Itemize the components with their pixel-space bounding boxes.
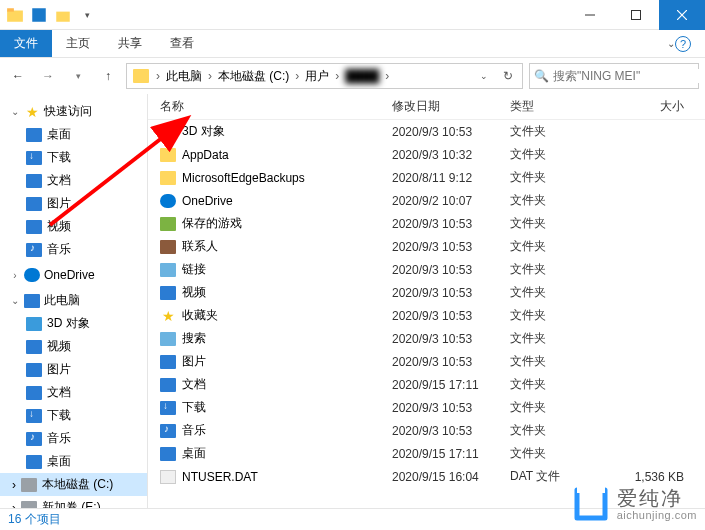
watermark-text-en: aichunjing.com: [617, 509, 697, 521]
file-row[interactable]: 联系人2020/9/3 10:53文件夹: [148, 235, 705, 258]
file-date: 2020/9/3 10:53: [392, 309, 510, 323]
sidebar-item-disk-c[interactable]: ›本地磁盘 (C:): [0, 473, 147, 496]
star-icon: ★: [160, 309, 176, 323]
chevron-right-icon[interactable]: ›: [334, 69, 340, 83]
quick-access-toolbar: ▾: [0, 6, 102, 24]
sidebar-item-documents2[interactable]: 文档: [0, 381, 147, 404]
file-type: 文件夹: [510, 169, 614, 186]
column-headers[interactable]: 名称 修改日期 类型 大小: [148, 94, 705, 120]
disk-icon: [21, 501, 37, 509]
item-count: 16 个项目: [8, 511, 61, 528]
sidebar-quick-label: 快速访问: [44, 103, 92, 120]
file-row[interactable]: OneDrive2020/9/2 10:07文件夹: [148, 189, 705, 212]
folder-icon: [160, 171, 176, 185]
minimize-button[interactable]: [567, 0, 613, 30]
crumb-user[interactable]: ████: [342, 69, 382, 83]
tab-file[interactable]: 文件: [0, 30, 52, 57]
crumb-pc[interactable]: 此电脑: [163, 68, 205, 85]
refresh-button[interactable]: ↻: [496, 64, 520, 88]
sidebar-item-disk-e[interactable]: ›新加卷 (E:): [0, 496, 147, 508]
3d-icon: [26, 317, 42, 331]
sidebar-item-downloads[interactable]: 下载: [0, 146, 147, 169]
crumb-disk[interactable]: 本地磁盘 (C:): [215, 68, 292, 85]
file-type: 文件夹: [510, 261, 614, 278]
chevron-right-icon[interactable]: ›: [384, 69, 390, 83]
file-size: 1,536 KB: [614, 470, 684, 484]
sidebar-quick-access[interactable]: ⌄ ★ 快速访问: [0, 100, 147, 123]
crumb-users[interactable]: 用户: [302, 68, 332, 85]
col-size[interactable]: 大小: [614, 98, 684, 115]
file-row[interactable]: 链接2020/9/3 10:53文件夹: [148, 258, 705, 281]
desktop-icon: [26, 455, 42, 469]
sidebar-item-downloads2[interactable]: 下载: [0, 404, 147, 427]
file-date: 2020/9/3 10:53: [392, 125, 510, 139]
tab-share[interactable]: 共享: [104, 30, 156, 57]
sidebar-item-music2[interactable]: 音乐: [0, 427, 147, 450]
file-row[interactable]: 音乐2020/9/3 10:53文件夹: [148, 419, 705, 442]
forward-button[interactable]: →: [36, 64, 60, 88]
chevron-right-icon[interactable]: ›: [12, 478, 16, 492]
file-row[interactable]: 桌面2020/9/15 17:11文件夹: [148, 442, 705, 465]
search-input[interactable]: [553, 69, 703, 83]
qat-new-folder-icon[interactable]: [54, 6, 72, 24]
ribbon-collapse[interactable]: ⌄ ?: [657, 30, 705, 57]
file-name: 收藏夹: [182, 307, 218, 324]
navigation-pane[interactable]: ⌄ ★ 快速访问 桌面 下载 文档 图片 视频 音乐 › OneDrive ⌄ …: [0, 94, 148, 508]
watermark-text-zh: 爱纯净: [617, 487, 697, 509]
file-row[interactable]: 视频2020/9/3 10:53文件夹: [148, 281, 705, 304]
back-button[interactable]: ←: [6, 64, 30, 88]
qat-chevron-icon[interactable]: ▾: [78, 6, 96, 24]
close-button[interactable]: [659, 0, 705, 30]
sidebar-item-documents[interactable]: 文档: [0, 169, 147, 192]
file-row[interactable]: AppData2020/9/3 10:32文件夹: [148, 143, 705, 166]
tab-view[interactable]: 查看: [156, 30, 208, 57]
file-date: 2020/9/2 10:07: [392, 194, 510, 208]
chevron-right-icon[interactable]: ›: [12, 501, 16, 509]
sidebar-onedrive[interactable]: › OneDrive: [0, 265, 147, 285]
file-name: 链接: [182, 261, 206, 278]
col-type[interactable]: 类型: [510, 98, 614, 115]
folder-icon: [160, 148, 176, 162]
address-bar[interactable]: › 此电脑 › 本地磁盘 (C:) › 用户 › ████ › ⌄ ↻: [126, 63, 523, 89]
sidebar-item-desktop[interactable]: 桌面: [0, 123, 147, 146]
qat-properties-icon[interactable]: [30, 6, 48, 24]
file-name: MicrosoftEdgeBackups: [182, 171, 305, 185]
file-row[interactable]: 保存的游戏2020/9/3 10:53文件夹: [148, 212, 705, 235]
chevron-right-icon[interactable]: ›: [207, 69, 213, 83]
file-name: 视频: [182, 284, 206, 301]
up-button[interactable]: ↑: [96, 64, 120, 88]
sidebar-item-music[interactable]: 音乐: [0, 238, 147, 261]
sidebar-item-videos2[interactable]: 视频: [0, 335, 147, 358]
sidebar-item-3d[interactable]: 3D 对象: [0, 312, 147, 335]
file-list[interactable]: 名称 修改日期 类型 大小 3D 对象2020/9/3 10:53文件夹AppD…: [148, 94, 705, 508]
file-row[interactable]: 下载2020/9/3 10:53文件夹: [148, 396, 705, 419]
tab-home[interactable]: 主页: [52, 30, 104, 57]
file-row[interactable]: 文档2020/9/15 17:11文件夹: [148, 373, 705, 396]
file-type: 文件夹: [510, 376, 614, 393]
chevron-down-icon[interactable]: ⌄: [10, 106, 20, 117]
chevron-right-icon[interactable]: ›: [155, 69, 161, 83]
search-box[interactable]: 🔍: [529, 63, 699, 89]
file-type: 文件夹: [510, 146, 614, 163]
sidebar-item-desktop2[interactable]: 桌面: [0, 450, 147, 473]
recent-locations[interactable]: ▾: [66, 64, 90, 88]
file-row[interactable]: 搜索2020/9/3 10:53文件夹: [148, 327, 705, 350]
file-row[interactable]: 3D 对象2020/9/3 10:53文件夹: [148, 120, 705, 143]
file-type: 文件夹: [510, 330, 614, 347]
sidebar-this-pc[interactable]: ⌄ 此电脑: [0, 289, 147, 312]
file-row[interactable]: 图片2020/9/3 10:53文件夹: [148, 350, 705, 373]
file-type: DAT 文件: [510, 468, 614, 485]
sidebar-item-pictures2[interactable]: 图片: [0, 358, 147, 381]
col-name[interactable]: 名称: [160, 98, 392, 115]
chevron-right-icon[interactable]: ›: [294, 69, 300, 83]
help-icon[interactable]: ?: [675, 36, 691, 52]
chevron-right-icon[interactable]: ›: [10, 270, 20, 281]
file-row[interactable]: MicrosoftEdgeBackups2020/8/11 9:12文件夹: [148, 166, 705, 189]
file-row[interactable]: ★收藏夹2020/9/3 10:53文件夹: [148, 304, 705, 327]
address-dropdown[interactable]: ⌄: [472, 64, 496, 88]
sidebar-item-videos[interactable]: 视频: [0, 215, 147, 238]
col-date[interactable]: 修改日期: [392, 98, 510, 115]
maximize-button[interactable]: [613, 0, 659, 30]
sidebar-item-pictures[interactable]: 图片: [0, 192, 147, 215]
chevron-down-icon[interactable]: ⌄: [10, 295, 20, 306]
